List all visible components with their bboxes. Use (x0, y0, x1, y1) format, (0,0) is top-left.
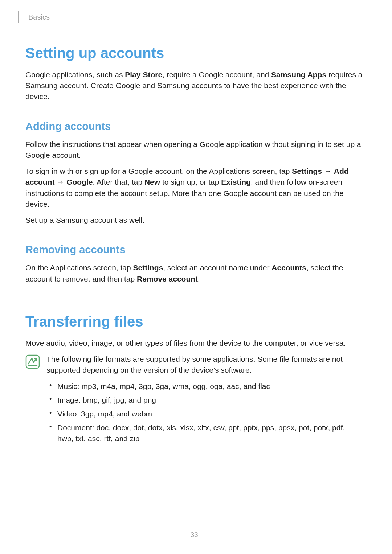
bold-accounts: Accounts (271, 263, 306, 272)
bold-samsung-apps: Samsung Apps (271, 70, 326, 79)
note-block: The following file formats are supported… (25, 354, 363, 447)
page-number: 33 (25, 531, 363, 539)
paragraph: Follow the instructions that appear when… (25, 139, 363, 161)
paragraph: On the Applications screen, tap Settings… (25, 262, 363, 284)
list-item: Document: doc, docx, dot, dotx, xls, xls… (46, 422, 363, 444)
bold-play-store: Play Store (125, 70, 162, 79)
header-divider (18, 11, 19, 23)
text: Google applications, such as (25, 70, 125, 79)
paragraph: Set up a Samsung account as well. (25, 215, 363, 226)
text: . After that, tap (93, 178, 144, 186)
list-item: Video: 3gp, mp4, and webm (46, 409, 363, 419)
bold-existing: Existing (221, 178, 251, 186)
intro-paragraph: Google applications, such as Play Store,… (25, 69, 363, 102)
paragraph: To sign in with or sign up for a Google … (25, 166, 363, 210)
subheading-adding-accounts: Adding accounts (25, 120, 363, 132)
section-title-transferring: Transferring files (25, 313, 363, 330)
text: , select an account name under (163, 263, 271, 272)
text: On the Applications screen, tap (25, 263, 133, 272)
text: to sign up, or tap (160, 178, 221, 186)
formats-list: Music: mp3, m4a, mp4, 3gp, 3ga, wma, ogg… (46, 381, 363, 444)
header: Basics (25, 11, 363, 23)
text: , require a Google account, and (162, 70, 271, 79)
arrow-icon: → (55, 178, 67, 186)
list-item: Music: mp3, m4a, mp4, 3gp, 3ga, wma, ogg… (46, 381, 363, 392)
bold-settings: Settings (133, 263, 163, 272)
paragraph: Move audio, video, image, or other types… (25, 338, 363, 349)
text: To sign in with or sign up for a Google … (25, 167, 292, 175)
section-title-accounts: Setting up accounts (25, 45, 363, 61)
svg-rect-0 (26, 355, 39, 368)
subheading-removing-accounts: Removing accounts (25, 244, 363, 256)
bold-settings: Settings (292, 167, 322, 175)
bold-remove-account: Remove account (137, 275, 198, 283)
bold-google: Google (66, 178, 93, 186)
note-icon (25, 354, 40, 369)
note-text: The following file formats are supported… (46, 354, 363, 376)
manual-page: Basics Setting up accounts Google applic… (0, 0, 392, 554)
bold-new: New (144, 178, 160, 186)
list-item: Image: bmp, gif, jpg, and png (46, 395, 363, 406)
breadcrumb: Basics (28, 13, 50, 21)
arrow-icon: → (322, 167, 334, 175)
text: . (198, 275, 200, 283)
note-body: The following file formats are supported… (46, 354, 363, 447)
